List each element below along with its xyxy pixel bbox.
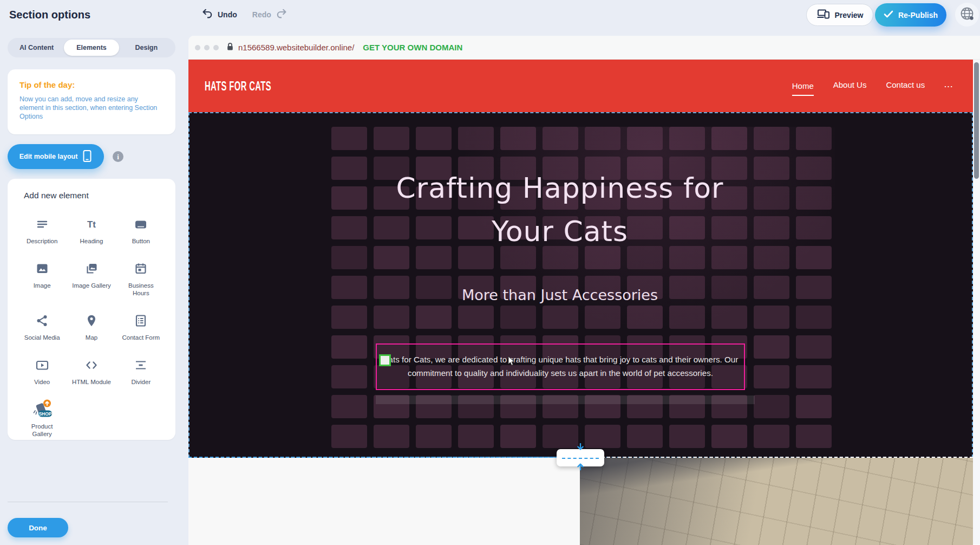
redo-button[interactable]: Redo bbox=[252, 8, 288, 21]
svg-text:SHOP: SHOP bbox=[38, 411, 51, 417]
add-element-social-media[interactable]: Social Media bbox=[17, 310, 67, 341]
add-element-image[interactable]: Image bbox=[17, 258, 67, 297]
element-drag-handle[interactable] bbox=[379, 354, 391, 366]
site-preview-window: n1566589.websitebuilder.online/ GET YOUR… bbox=[188, 36, 980, 545]
nav-item-home[interactable]: Home bbox=[792, 81, 814, 96]
info-icon[interactable]: i bbox=[112, 150, 125, 163]
mobile-phone-icon bbox=[82, 150, 92, 164]
html-module-icon bbox=[84, 354, 99, 376]
tab-design[interactable]: Design bbox=[119, 40, 174, 56]
hero-tile bbox=[331, 335, 367, 359]
hero-tile bbox=[796, 395, 832, 418]
hero-tile bbox=[796, 127, 832, 150]
tab-elements[interactable]: Elements bbox=[64, 40, 119, 56]
redo-icon bbox=[276, 8, 288, 21]
browser-chrome: n1566589.websitebuilder.online/ GET YOUR… bbox=[188, 36, 980, 60]
republish-label: Re-Publish bbox=[898, 11, 938, 20]
resize-dash-line bbox=[562, 458, 599, 459]
hero-tile bbox=[543, 425, 578, 448]
tip-body: Now you can add, move and resize any ele… bbox=[19, 95, 161, 121]
add-element-label: Button bbox=[132, 237, 150, 245]
hero-tile bbox=[796, 246, 832, 269]
done-label: Done bbox=[29, 524, 47, 532]
add-element-map[interactable]: Map bbox=[67, 310, 116, 341]
hero-tile bbox=[331, 395, 367, 418]
add-element-divider[interactable]: Divider bbox=[116, 354, 166, 386]
hero-tile bbox=[416, 425, 452, 448]
business-hours-icon bbox=[134, 258, 148, 280]
hero-tile bbox=[754, 246, 789, 269]
add-element-heading[interactable]: TtHeading bbox=[67, 213, 116, 245]
hero-tile bbox=[669, 306, 705, 329]
hero-body-text: Hats for Cats, we are dedicated to craft… bbox=[377, 345, 744, 380]
add-element-label: Map bbox=[86, 334, 97, 341]
hero-tile bbox=[754, 335, 789, 359]
hero-tile bbox=[374, 306, 409, 329]
site-logo[interactable]: HATS FOR CATS bbox=[205, 78, 271, 94]
hero-tile bbox=[627, 306, 663, 329]
add-element-business-hours[interactable]: Business Hours bbox=[116, 258, 166, 297]
redo-label: Redo bbox=[252, 10, 271, 19]
hero-section-selected[interactable]: Crafting Happiness for Your Cats More th… bbox=[188, 112, 973, 458]
hero-tile bbox=[627, 425, 663, 448]
add-element-label: Image Gallery bbox=[72, 282, 111, 289]
add-element-image-gallery[interactable]: Image Gallery bbox=[67, 258, 116, 297]
undo-button[interactable]: Undo bbox=[201, 8, 237, 21]
hero-tile bbox=[669, 425, 705, 448]
add-element-product-gallery[interactable]: SHOPProduct Gallery bbox=[17, 399, 67, 438]
selected-text-element[interactable]: Hats for Cats, we are dedicated to craft… bbox=[376, 343, 745, 390]
contact-form-icon bbox=[134, 310, 148, 332]
site-url: n1566589.websitebuilder.online/ bbox=[238, 43, 354, 52]
hero-subheading[interactable]: More than Just Accessories bbox=[381, 287, 739, 303]
arrow-up-icon bbox=[577, 462, 584, 472]
next-section-blank bbox=[188, 458, 580, 545]
hero-heading[interactable]: Crafting Happiness for Your Cats bbox=[381, 166, 739, 253]
preview-button[interactable]: Preview bbox=[806, 4, 873, 26]
done-button[interactable]: Done bbox=[8, 518, 68, 537]
nav-item-contact-us[interactable]: Contact us bbox=[886, 80, 925, 92]
add-element-button[interactable]: Button bbox=[116, 213, 166, 245]
add-element-description[interactable]: Description bbox=[17, 213, 67, 245]
get-domain-link[interactable]: GET YOUR OWN DOMAIN bbox=[363, 43, 462, 52]
republish-button[interactable]: Re-Publish bbox=[875, 3, 946, 27]
browser-scrollbar[interactable] bbox=[973, 60, 980, 544]
video-icon bbox=[35, 354, 49, 376]
element-ghost-placeholder bbox=[376, 395, 755, 404]
window-dots bbox=[195, 45, 219, 50]
hero-tile bbox=[754, 216, 789, 239]
hero-tile bbox=[585, 306, 620, 329]
section-boundary-line-photo bbox=[580, 457, 973, 458]
section-options-panel: Section options AI ContentElementsDesign… bbox=[0, 0, 188, 545]
heading-icon: Tt bbox=[84, 213, 99, 235]
hero-tile bbox=[331, 157, 367, 180]
hero-tile bbox=[458, 425, 494, 448]
sidebar-divider bbox=[8, 502, 168, 502]
svg-text:i: i bbox=[117, 153, 119, 161]
lock-icon bbox=[226, 42, 234, 53]
preview-label: Preview bbox=[835, 11, 864, 20]
section-resize-handle[interactable] bbox=[557, 449, 604, 466]
tab-ai-content[interactable]: AI Content bbox=[9, 40, 64, 56]
svg-text:Tt: Tt bbox=[87, 219, 96, 230]
add-element-label: HTML Module bbox=[72, 378, 111, 386]
add-element-label: Heading bbox=[80, 237, 103, 245]
hero-tile bbox=[754, 365, 789, 388]
hero-tile bbox=[331, 216, 367, 239]
hero-tile bbox=[331, 425, 367, 448]
hero-tile bbox=[458, 306, 494, 329]
add-element-label: Video bbox=[34, 378, 50, 386]
add-element-video[interactable]: Video bbox=[17, 354, 67, 386]
hero-tile bbox=[754, 186, 789, 210]
edit-mobile-layout-button[interactable]: Edit mobile layout bbox=[8, 144, 104, 169]
add-element-label: Business Hours bbox=[121, 282, 160, 297]
nav-item-about-us[interactable]: About Us bbox=[833, 80, 867, 92]
panel-title: Section options bbox=[9, 9, 90, 21]
add-element-html-module[interactable]: HTML Module bbox=[67, 354, 116, 386]
hero-tile bbox=[796, 216, 832, 239]
edit-mobile-label: Edit mobile layout bbox=[19, 153, 78, 160]
nav-item-more[interactable]: ... bbox=[944, 81, 953, 91]
language-globe-button[interactable] bbox=[955, 3, 979, 27]
scrollbar-thumb[interactable] bbox=[974, 62, 979, 179]
add-element-contact-form[interactable]: Contact Form bbox=[116, 310, 166, 341]
undo-icon bbox=[201, 8, 213, 21]
